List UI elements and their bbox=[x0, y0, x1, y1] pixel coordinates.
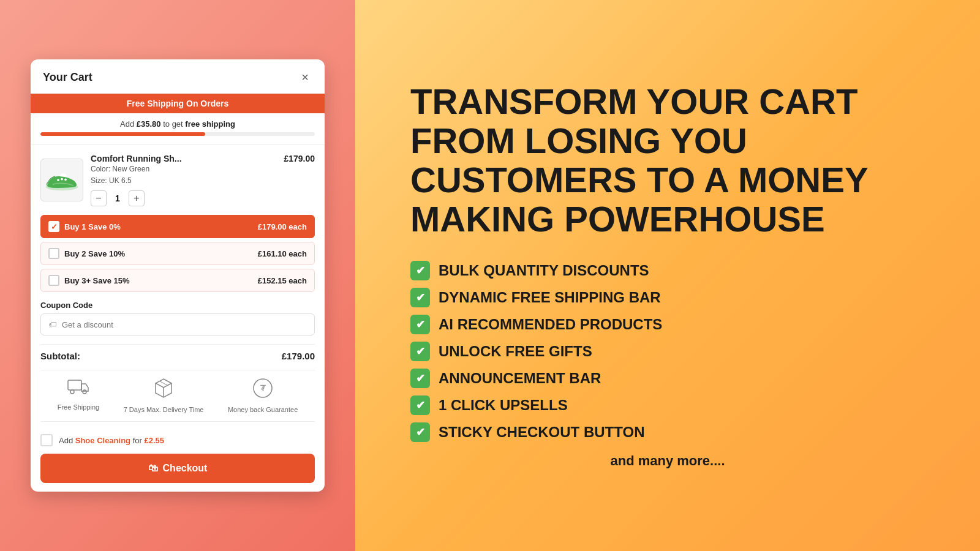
feature-item-4: ✔ UNLOCK FREE GIFTS bbox=[410, 342, 925, 361]
feature-item-3: ✔ AI RECOMMENDED PRODUCTS bbox=[410, 315, 925, 334]
svg-rect-4 bbox=[68, 380, 81, 390]
size-value: UK 6.5 bbox=[109, 176, 132, 185]
feature-label-2: DYNAMIC FREE SHIPPING BAR bbox=[439, 289, 661, 306]
svg-point-5 bbox=[70, 390, 74, 394]
addon-checkbox[interactable] bbox=[40, 434, 53, 446]
svg-text:₮: ₮ bbox=[260, 384, 266, 393]
cart-body: Comfort Running Sh... £179.00 Color: New… bbox=[31, 145, 325, 492]
check-icon-3: ✔ bbox=[410, 315, 430, 334]
coupon-section: Coupon Code 🏷 bbox=[40, 301, 315, 335]
bulk-option-1[interactable]: ✓ Buy 1 Save 0% £179.00 each bbox=[40, 215, 315, 238]
bulk-checkbox-1: ✓ bbox=[48, 221, 59, 232]
svg-point-2 bbox=[61, 178, 63, 180]
addon-price: £2.55 bbox=[144, 436, 164, 445]
addon-text: Add Shoe Cleaning for £2.55 bbox=[59, 436, 164, 445]
right-content: TRANSFORM YOUR CART FROM LOSING YOU CUST… bbox=[410, 82, 925, 468]
progress-prefix: Add bbox=[120, 119, 137, 129]
trust-badge-shipping-label: Free Shipping bbox=[58, 403, 100, 411]
bulk-label-1: Buy 1 Save 0% bbox=[64, 222, 121, 231]
addon-prefix: Add bbox=[59, 436, 75, 445]
feature-item-7: ✔ STICKY CHECKOUT BUTTON bbox=[410, 422, 925, 442]
product-item: Comfort Running Sh... £179.00 Color: New… bbox=[40, 154, 315, 206]
progress-suffix: to get bbox=[161, 119, 186, 129]
check-icon-6: ✔ bbox=[410, 395, 430, 415]
feature-label-7: STICKY CHECKOUT BUTTON bbox=[439, 424, 644, 441]
quantity-control: − 1 + bbox=[91, 190, 315, 206]
product-meta: Color: New Green Size: UK 6.5 bbox=[91, 163, 315, 187]
product-info: Comfort Running Sh... £179.00 Color: New… bbox=[91, 154, 315, 206]
svg-point-3 bbox=[64, 178, 67, 181]
right-panel: TRANSFORM YOUR CART FROM LOSING YOU CUST… bbox=[355, 0, 980, 551]
bulk-label-2: Buy 2 Save 10% bbox=[64, 249, 125, 258]
feature-item-6: ✔ 1 CLICK UPSELLS bbox=[410, 395, 925, 415]
coupon-icon: 🏷 bbox=[48, 320, 57, 329]
headline: TRANSFORM YOUR CART FROM LOSING YOU CUST… bbox=[410, 82, 925, 238]
bulk-check-icon-1: ✓ bbox=[51, 222, 58, 231]
trust-badges: Free Shipping 7 Days Max. Delivery Time bbox=[40, 370, 315, 422]
check-icon-4: ✔ bbox=[410, 342, 430, 361]
feature-item-2: ✔ DYNAMIC FREE SHIPPING BAR bbox=[410, 288, 925, 307]
bulk-checkbox-3 bbox=[48, 275, 59, 286]
bulk-price-1: £179.00 each bbox=[258, 222, 307, 231]
feature-label-5: ANNOUNCEMENT BAR bbox=[439, 370, 601, 387]
subtotal-row: Subtotal: £179.00 bbox=[40, 344, 315, 370]
bulk-label-3: Buy 3+ Save 15% bbox=[64, 276, 130, 285]
trust-badge-moneyback: ₮ Money back Guarantee bbox=[228, 378, 298, 414]
bulk-option-3-left: Buy 3+ Save 15% bbox=[48, 275, 130, 286]
subtotal-label: Subtotal: bbox=[40, 351, 80, 361]
bulk-option-1-left: ✓ Buy 1 Save 0% bbox=[48, 221, 121, 232]
bulk-price-3: £152.15 each bbox=[258, 276, 307, 285]
product-price: £179.00 bbox=[284, 154, 315, 163]
progress-fill bbox=[40, 132, 205, 136]
color-value: New Green bbox=[112, 165, 149, 173]
quantity-increase-button[interactable]: + bbox=[129, 190, 145, 206]
coupon-label: Coupon Code bbox=[40, 301, 315, 310]
trust-badge-delivery: 7 Days Max. Delivery Time bbox=[124, 378, 204, 414]
bulk-options: ✓ Buy 1 Save 0% £179.00 each Buy 2 Save … bbox=[40, 215, 315, 292]
cart-header: Your Cart × bbox=[31, 59, 325, 94]
check-icon-7: ✔ bbox=[410, 422, 430, 442]
addon-row: Add Shoe Cleaning for £2.55 bbox=[40, 429, 315, 454]
left-panel: Your Cart × Free Shipping On Orders Add … bbox=[0, 0, 355, 551]
coupon-input-wrapper[interactable]: 🏷 bbox=[40, 313, 315, 335]
feature-label-6: 1 CLICK UPSELLS bbox=[439, 397, 568, 414]
feature-label-4: UNLOCK FREE GIFTS bbox=[439, 343, 592, 360]
progress-track bbox=[40, 132, 315, 136]
bulk-option-2[interactable]: Buy 2 Save 10% £161.10 each bbox=[40, 242, 315, 265]
truck-icon bbox=[67, 378, 89, 400]
product-name: Comfort Running Sh... bbox=[91, 154, 182, 163]
bulk-option-2-left: Buy 2 Save 10% bbox=[48, 248, 125, 259]
bulk-price-2: £161.10 each bbox=[258, 249, 307, 258]
quantity-decrease-button[interactable]: − bbox=[91, 190, 107, 206]
moneyback-icon: ₮ bbox=[252, 378, 273, 403]
free-shipping-banner: Free Shipping On Orders bbox=[31, 94, 325, 113]
feature-item-5: ✔ ANNOUNCEMENT BAR bbox=[410, 369, 925, 388]
cart-modal: Your Cart × Free Shipping On Orders Add … bbox=[31, 59, 325, 492]
coupon-input[interactable] bbox=[62, 320, 307, 329]
check-icon-2: ✔ bbox=[410, 288, 430, 307]
trust-badge-moneyback-label: Money back Guarantee bbox=[228, 405, 298, 414]
and-more-text: and many more.... bbox=[410, 453, 925, 469]
subtotal-value: £179.00 bbox=[282, 351, 315, 361]
check-icon-1: ✔ bbox=[410, 261, 430, 280]
product-image bbox=[40, 159, 83, 201]
features-list: ✔ BULK QUANTITY DISCOUNTS ✔ DYNAMIC FREE… bbox=[410, 261, 925, 442]
svg-point-6 bbox=[83, 390, 86, 394]
checkout-label: Checkout bbox=[163, 463, 208, 474]
feature-item-1: ✔ BULK QUANTITY DISCOUNTS bbox=[410, 261, 925, 280]
bulk-checkbox-2 bbox=[48, 248, 59, 259]
cart-title: Your Cart bbox=[43, 71, 92, 84]
shipping-progress-text: Add £35.80 to get free shipping bbox=[40, 119, 315, 129]
trust-badge-delivery-label: 7 Days Max. Delivery Time bbox=[124, 405, 204, 414]
bulk-option-3[interactable]: Buy 3+ Save 15% £152.15 each bbox=[40, 269, 315, 292]
quantity-value: 1 bbox=[111, 193, 124, 203]
checkout-button[interactable]: 🛍 Checkout bbox=[40, 454, 315, 483]
addon-middle: for bbox=[130, 436, 144, 445]
color-label: Color: bbox=[91, 165, 110, 173]
size-label: Size: bbox=[91, 176, 107, 185]
close-button[interactable]: × bbox=[298, 69, 312, 86]
feature-label-3: AI RECOMMENDED PRODUCTS bbox=[439, 316, 662, 333]
checkout-icon: 🛍 bbox=[148, 463, 158, 474]
progress-free-label: free shipping bbox=[185, 119, 235, 129]
addon-product: Shoe Cleaning bbox=[75, 436, 130, 445]
